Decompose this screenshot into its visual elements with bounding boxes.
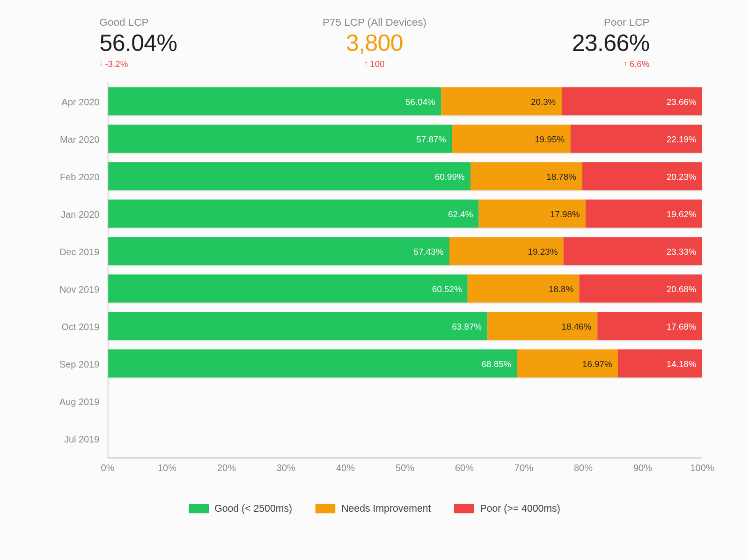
- bar-segment-value: 18.46%: [562, 321, 592, 331]
- swatch-icon: [316, 504, 336, 513]
- arrow-up-icon: ↑: [624, 60, 627, 67]
- x-axis-tick: 70%: [514, 463, 533, 474]
- x-axis-tick: 100%: [690, 463, 714, 474]
- y-axis-label: Mar 2020: [47, 121, 108, 159]
- bar-segment-poor: 20.23%: [582, 162, 702, 190]
- bar-segment-need: 20.3%: [441, 87, 562, 115]
- metric-label: Good LCP: [100, 16, 149, 29]
- metric-label: Poor LCP: [604, 16, 650, 29]
- y-axis-label: Oct 2019: [47, 309, 108, 346]
- y-axis-label: Jan 2020: [47, 196, 108, 234]
- chart-row: 62.4%17.98%19.62%: [108, 195, 702, 232]
- bar-segment-value: 16.97%: [582, 359, 612, 368]
- metric-value: 56.04%: [100, 30, 177, 56]
- chart-row: 57.87%19.95%22.19%: [108, 120, 702, 157]
- chart-row: 60.99%18.78%20.23%: [108, 157, 702, 195]
- bar-segment-value: 60.99%: [435, 171, 465, 181]
- y-axis-labels: Apr 2020Mar 2020Feb 2020Jan 2020Dec 2019…: [47, 82, 108, 458]
- stacked-bar: 68.85%16.97%14.18%: [108, 349, 702, 377]
- bar-segment-value: 18.8%: [549, 284, 573, 294]
- metric-value: 23.66%: [572, 30, 650, 56]
- stacked-bar: 62.4%17.98%19.62%: [108, 199, 702, 228]
- bar-segment-value: 62.4%: [448, 209, 473, 219]
- bar-segment-need: 18.46%: [488, 312, 597, 340]
- bar-segment-poor: 22.19%: [570, 125, 702, 153]
- chart-rows: 56.04%20.3%23.66%57.87%19.95%22.19%60.99…: [108, 82, 702, 457]
- y-axis-label: Feb 2020: [47, 159, 108, 196]
- bar-segment-good: 60.52%: [108, 274, 468, 302]
- chart-row: 57.43%19.23%23.33%: [108, 232, 702, 270]
- y-axis-label: Aug 2019: [47, 383, 108, 421]
- bar-segment-poor: 19.62%: [586, 199, 702, 228]
- chart-row: [108, 382, 702, 420]
- chart-row: [108, 420, 702, 457]
- metric-value: 3,800: [346, 30, 403, 56]
- stacked-bar: 60.99%18.78%20.23%: [108, 162, 702, 190]
- stacked-bar: 60.52%18.8%20.68%: [108, 274, 702, 302]
- bar-segment-poor: 20.68%: [580, 274, 702, 302]
- bar-segment-value: 20.68%: [667, 284, 697, 294]
- bar-segment-value: 17.98%: [550, 209, 580, 219]
- x-axis-tick: 0%: [101, 463, 115, 474]
- chart-row: 60.52%18.8%20.68%: [108, 270, 702, 307]
- bar-segment-good: 68.85%: [108, 349, 517, 377]
- bar-segment-poor: 17.68%: [597, 312, 702, 340]
- x-axis-tick: 90%: [633, 463, 652, 474]
- chart-row: 63.87%18.46%17.68%: [108, 307, 702, 345]
- metric-poor-lcp: Poor LCP 23.66% ↑ 6.6%: [572, 16, 650, 68]
- metric-delta-value: 6.6%: [630, 59, 650, 68]
- bar-segment-value: 17.68%: [667, 321, 697, 331]
- lcp-dashboard: Good LCP 56.04% ↓ -3.2% P75 LCP (All Dev…: [0, 0, 749, 560]
- x-axis-tick: 20%: [217, 463, 236, 474]
- chart-row: 68.85%16.97%14.18%: [108, 345, 702, 382]
- stacked-bar: 56.04%20.3%23.66%: [108, 87, 702, 115]
- metric-delta: ↓ -3.2%: [100, 59, 128, 68]
- bar-segment-value: 63.87%: [452, 321, 482, 331]
- bar-segment-value: 56.04%: [405, 96, 435, 106]
- stacked-bar: 57.43%19.23%23.33%: [108, 237, 702, 265]
- chart-row: 56.04%20.3%23.66%: [108, 82, 702, 120]
- x-axis-tick: 10%: [158, 463, 176, 474]
- stacked-bar: 63.87%18.46%17.68%: [108, 312, 702, 340]
- x-axis-tick: 40%: [336, 463, 355, 474]
- bar-segment-value: 20.23%: [667, 171, 697, 181]
- bar-segment-good: 57.87%: [108, 125, 452, 153]
- bar-segment-good: 56.04%: [108, 87, 441, 115]
- bar-segment-value: 18.78%: [546, 171, 576, 181]
- bar-segment-good: 62.4%: [108, 199, 479, 228]
- bar-segment-value: 23.66%: [667, 96, 697, 106]
- bar-segment-value: 19.95%: [535, 134, 565, 144]
- metric-delta: ↑ 6.6%: [624, 59, 650, 68]
- x-axis-tick: 30%: [277, 463, 295, 474]
- stacked-bar: 57.87%19.95%22.19%: [108, 125, 702, 153]
- legend-item-needs-improvement: Needs Improvement: [316, 503, 431, 515]
- bar-segment-good: 57.43%: [108, 237, 449, 265]
- bar-segment-need: 17.98%: [479, 199, 586, 228]
- x-axis-tick: 60%: [455, 463, 474, 474]
- bar-segment-need: 18.78%: [470, 162, 582, 190]
- bar-segment-poor: 14.18%: [618, 349, 702, 377]
- metric-delta-value: -3.2%: [105, 59, 128, 68]
- metric-p75-lcp: P75 LCP (All Devices) 3,800 ↑ 100: [323, 16, 426, 68]
- arrow-up-icon: ↑: [364, 60, 367, 67]
- bar-segment-need: 19.23%: [449, 237, 564, 265]
- bar-segment-good: 63.87%: [108, 312, 487, 340]
- bar-segment-value: 19.62%: [667, 209, 697, 219]
- plot-area: 56.04%20.3%23.66%57.87%19.95%22.19%60.99…: [108, 82, 702, 458]
- lcp-stacked-bar-chart: Apr 2020Mar 2020Feb 2020Jan 2020Dec 2019…: [47, 82, 702, 458]
- metric-good-lcp: Good LCP 56.04% ↓ -3.2%: [100, 16, 177, 68]
- metric-delta: ↑ 100: [364, 59, 384, 68]
- bar-segment-value: 19.23%: [528, 246, 558, 256]
- legend-label: Poor (>= 4000ms): [480, 503, 560, 515]
- bar-segment-value: 20.3%: [531, 96, 556, 106]
- legend-label: Needs Improvement: [341, 503, 431, 515]
- legend-label: Good (< 2500ms): [214, 503, 292, 515]
- swatch-icon: [455, 504, 475, 513]
- x-axis-tick: 80%: [574, 463, 593, 474]
- metric-label: P75 LCP (All Devices): [323, 16, 426, 29]
- bar-segment-value: 57.87%: [416, 134, 446, 144]
- arrow-down-icon: ↓: [100, 60, 103, 67]
- y-axis-label: Dec 2019: [47, 234, 108, 271]
- x-axis: 0%10%20%30%40%50%60%70%80%90%100%: [108, 458, 702, 477]
- bar-segment-value: 22.19%: [667, 134, 697, 144]
